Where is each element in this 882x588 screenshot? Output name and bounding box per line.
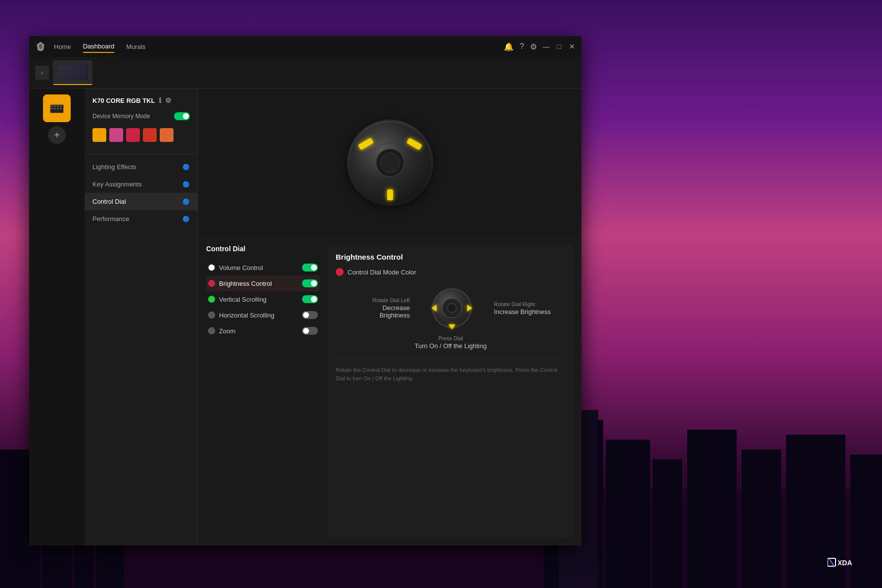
left-arrow-icon bbox=[432, 305, 437, 312]
svg-rect-7 bbox=[606, 440, 650, 588]
svg-rect-20 bbox=[60, 105, 62, 107]
svg-rect-9 bbox=[687, 430, 737, 588]
horizontal-scrolling-label: Horizontal Scrolling bbox=[219, 312, 298, 319]
zoom-toggle[interactable] bbox=[302, 327, 318, 335]
nav-control-dial[interactable]: Control Dial 🔵 bbox=[85, 193, 198, 210]
title-bar: Home Dashboard Murals 🔔 ? ⚙ — □ ✕ bbox=[29, 36, 581, 57]
nav-section: Lighting Effects 🔵 Key Assignments 🔵 Con… bbox=[85, 158, 198, 538]
profile-icon-0[interactable] bbox=[92, 128, 106, 142]
title-bar-nav: Home Dashboard Murals bbox=[54, 41, 504, 53]
memory-mode-row: Device Memory Mode bbox=[85, 110, 198, 126]
device-thumbnail[interactable] bbox=[53, 60, 92, 85]
dial-diagram-area: Rotate Dial Left Decrease Brightness bbox=[336, 286, 566, 330]
vertical-color-dot bbox=[208, 296, 215, 303]
right-arrow-icon bbox=[467, 305, 472, 312]
device-expand-button[interactable]: › bbox=[35, 66, 49, 80]
xda-logo: XDA bbox=[828, 556, 857, 568]
brightness-color-dot bbox=[208, 280, 215, 287]
brightness-panel-title: Brightness Control bbox=[336, 253, 566, 261]
down-arrow-icon bbox=[448, 324, 455, 329]
bottom-panel: Control Dial Volume Control Brightness C… bbox=[198, 237, 581, 545]
svg-rect-19 bbox=[57, 105, 59, 107]
device-icon-svg bbox=[49, 100, 65, 116]
horizontal-scrolling-toggle[interactable] bbox=[302, 311, 318, 319]
main-window: Home Dashboard Murals 🔔 ? ⚙ — □ ✕ › bbox=[29, 36, 581, 545]
lighting-effects-lock-icon: 🔵 bbox=[182, 164, 190, 171]
description-text: Rotate the Control Dial to decrease or i… bbox=[336, 360, 566, 382]
notification-icon[interactable]: 🔔 bbox=[504, 42, 514, 51]
main-content: + K70 CORE RGB TKL ℹ ⚙ Device Memory Mod… bbox=[29, 89, 581, 545]
performance-lock-icon: 🔵 bbox=[182, 216, 190, 223]
close-button[interactable]: ✕ bbox=[569, 43, 575, 50]
svg-rect-10 bbox=[742, 450, 781, 588]
press-dial-sub: Press Dial bbox=[438, 335, 463, 341]
horizontal-color-dot bbox=[208, 312, 215, 318]
keyboard-preview bbox=[198, 89, 581, 237]
mode-color-label: Control Dial Mode Color bbox=[348, 269, 416, 276]
press-dial-main: Turn On / Off the Lighting bbox=[415, 342, 487, 350]
brightness-control-toggle[interactable] bbox=[302, 279, 318, 287]
config-panel: K70 CORE RGB TKL ℹ ⚙ Device Memory Mode bbox=[85, 89, 198, 545]
zoom-color-dot bbox=[208, 327, 215, 334]
help-icon[interactable]: ? bbox=[520, 42, 524, 51]
mode-color-dot[interactable] bbox=[336, 268, 344, 276]
add-device-button[interactable]: + bbox=[48, 126, 66, 144]
small-dial-center-svg bbox=[447, 303, 457, 313]
svg-rect-8 bbox=[653, 459, 682, 588]
nav-lighting-effects[interactable]: Lighting Effects 🔵 bbox=[85, 158, 198, 176]
key-assignments-label: Key Assignments bbox=[92, 181, 142, 188]
profile-icon-2[interactable] bbox=[126, 128, 140, 142]
device-bar: › bbox=[29, 57, 581, 89]
svg-point-29 bbox=[380, 153, 400, 173]
control-dial-lock-icon: 🔵 bbox=[182, 198, 190, 205]
volume-control-label: Volume Control bbox=[219, 264, 298, 271]
nav-key-assignments[interactable]: Key Assignments 🔵 bbox=[85, 176, 198, 193]
xda-logo-svg: XDA bbox=[828, 556, 857, 568]
title-bar-actions: 🔔 ? ⚙ — □ ✕ bbox=[504, 42, 575, 51]
rotate-left-sub: Rotate Dial Left bbox=[351, 297, 410, 303]
rotate-right-label: Rotate Dial Right Increase Brightness bbox=[494, 301, 551, 316]
vertical-scrolling-label: Vertical Scrolling bbox=[219, 296, 298, 303]
rotate-left-label: Rotate Dial Left Decrease Brightness bbox=[351, 297, 410, 319]
content-split: K70 CORE RGB TKL ℹ ⚙ Device Memory Mode bbox=[85, 89, 581, 545]
profile-icons bbox=[85, 126, 198, 150]
device-info-icon[interactable]: ℹ bbox=[159, 96, 161, 104]
nav-performance[interactable]: Performance 🔵 bbox=[85, 210, 198, 227]
mode-color-row: Control Dial Mode Color bbox=[336, 268, 566, 276]
vertical-scrolling-toggle[interactable] bbox=[302, 295, 318, 303]
svg-text:XDA: XDA bbox=[838, 559, 852, 567]
svg-line-32 bbox=[829, 558, 834, 566]
rotate-right-main: Increase Brightness bbox=[494, 308, 551, 316]
right-content: Control Dial Volume Control Brightness C… bbox=[198, 89, 581, 545]
small-dial-center bbox=[442, 298, 462, 318]
performance-label: Performance bbox=[92, 215, 129, 223]
volume-control-toggle[interactable] bbox=[302, 264, 318, 271]
profile-icon-4[interactable] bbox=[160, 128, 174, 142]
nav-dashboard[interactable]: Dashboard bbox=[83, 41, 115, 53]
control-dial-section-title: Control Dial bbox=[206, 245, 320, 253]
svg-rect-22 bbox=[54, 108, 56, 109]
zoom-item: Zoom bbox=[206, 323, 320, 339]
memory-mode-toggle[interactable] bbox=[174, 112, 190, 120]
svg-rect-21 bbox=[51, 108, 53, 109]
svg-rect-23 bbox=[57, 108, 59, 109]
profile-icon-3[interactable] bbox=[143, 128, 157, 142]
device-settings-icon[interactable]: ⚙ bbox=[165, 96, 172, 104]
svg-rect-17 bbox=[51, 105, 53, 107]
brightness-panel: Brightness Control Control Dial Mode Col… bbox=[328, 245, 573, 538]
profile-icon-1[interactable] bbox=[109, 128, 123, 142]
left-sidebar: + bbox=[29, 89, 85, 545]
device-name-label: K70 CORE RGB TKL bbox=[92, 97, 155, 104]
minimize-button[interactable]: — bbox=[543, 43, 550, 50]
brightness-control-item: Brightness Control bbox=[206, 275, 320, 291]
keyboard-thumb-image bbox=[58, 65, 88, 80]
memory-mode-label: Device Memory Mode bbox=[92, 113, 150, 120]
small-dial-graphic bbox=[430, 286, 474, 330]
nav-murals[interactable]: Murals bbox=[126, 41, 145, 52]
sidebar-device-icon[interactable] bbox=[43, 94, 71, 122]
rotate-left-main: Decrease Brightness bbox=[351, 304, 410, 319]
maximize-button[interactable]: □ bbox=[556, 43, 563, 50]
nav-home[interactable]: Home bbox=[54, 41, 71, 52]
settings-icon[interactable]: ⚙ bbox=[530, 42, 537, 51]
press-dial-area: Press Dial Turn On / Off the Lighting bbox=[336, 335, 566, 350]
